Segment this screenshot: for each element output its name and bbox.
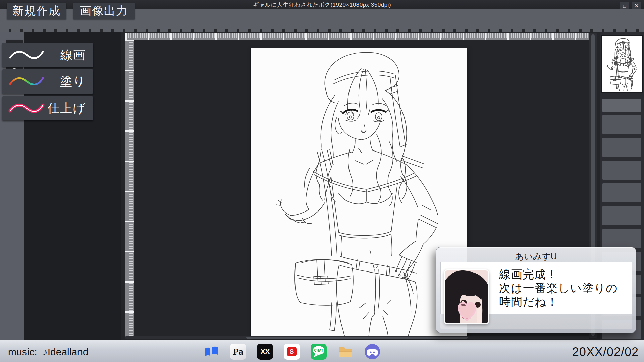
layer-slot[interactable]: [602, 183, 641, 202]
maximize-icon: □: [623, 3, 626, 9]
white-stroke-icon: [8, 48, 45, 62]
dialog-message-line: 線画完成！: [499, 267, 633, 281]
brush-coloring-button[interactable]: 塗り: [2, 69, 93, 94]
navigator-preview-drawing: [602, 38, 642, 90]
layer-slot[interactable]: [602, 229, 641, 248]
layer-slot[interactable]: [602, 115, 641, 134]
pink-stroke-icon: [8, 101, 45, 116]
dialog-message-line: 時間だね！: [499, 295, 633, 309]
taskbar-item-voice-chat[interactable]: [364, 344, 380, 360]
brush-lineart-label: 線画: [60, 47, 86, 63]
brush-lineart-button[interactable]: 線画: [2, 43, 93, 67]
vertical-ruler-major-ticks: [125, 40, 134, 338]
layer-slot-selected[interactable]: [602, 99, 641, 112]
windows-flag-icon: [203, 344, 219, 360]
music-status: music:♪Idealland: [8, 346, 88, 358]
speaker-avatar: [444, 269, 489, 324]
taskbar-item-os-start[interactable]: [203, 344, 219, 360]
folder-icon: [337, 344, 354, 360]
character-dialog: あいみすU 線画完成！ 次は一番楽しい塗りの 時間だね！: [436, 247, 636, 333]
layer-slot[interactable]: [602, 161, 641, 180]
s-app-icon: S: [284, 344, 300, 360]
close-icon: ✕: [634, 3, 639, 9]
new-file-button[interactable]: 新規作成: [7, 3, 66, 19]
brush-coloring-label: 塗り: [60, 73, 86, 90]
s-app-glyph: S: [287, 347, 297, 356]
music-track: ♪Idealland: [43, 346, 89, 357]
taskbar-item-files[interactable]: [337, 344, 354, 360]
layer-slot[interactable]: [602, 138, 641, 157]
drawing-canvas[interactable]: [251, 48, 467, 338]
game-controller-icon: [364, 344, 380, 360]
xx-app-icon: XX: [257, 344, 273, 360]
taskbar-date: 20XX/02/02: [572, 345, 639, 359]
export-image-button[interactable]: 画像出力: [73, 3, 135, 19]
brush-finishing-button[interactable]: 仕上げ: [2, 96, 93, 120]
chat-app-icon: CHAT: [311, 344, 327, 360]
taskbar-item-xx-app[interactable]: XX: [257, 344, 273, 360]
layer-slot[interactable]: [602, 206, 641, 225]
paint-app-icon: Pa: [230, 344, 246, 360]
avatar-portrait: [445, 270, 489, 324]
taskbar-item-paint-app[interactable]: Pa: [230, 344, 246, 360]
horizontal-ruler: [125, 33, 589, 40]
taskbar: music:♪Idealland Pa XX S CHAT: [0, 340, 644, 362]
brush-finishing-label: 仕上げ: [47, 100, 86, 117]
lineart-girl-drawing: [251, 48, 467, 338]
app-window: ギャルに人生狂わされたボク(644×362px 350dpi) □ ✕ 新規…: [0, 0, 644, 362]
horizontal-ruler-major-ticks: [125, 33, 589, 40]
dialog-message-line: 次は一番楽しい塗りの: [499, 281, 633, 295]
horizontal-scrollbar-thumb[interactable]: [246, 337, 468, 339]
vertical-ruler: [125, 40, 134, 338]
svg-text:CHAT: CHAT: [314, 349, 323, 352]
dialog-message: 線画完成！ 次は一番楽しい塗りの 時間だね！: [499, 267, 633, 309]
taskbar-item-s-app[interactable]: S: [284, 344, 300, 360]
taskbar-item-chat-app[interactable]: CHAT: [311, 344, 327, 360]
window-title: ギャルに人生狂わされたボク(644×362px 350dpi): [253, 1, 391, 9]
music-label: music:: [8, 346, 37, 357]
dialog-speaker-name: あいみすU: [436, 251, 636, 262]
rainbow-stroke-icon: [8, 74, 45, 89]
navigator-thumbnail[interactable]: [601, 35, 643, 93]
horizontal-scrollbar[interactable]: [125, 336, 589, 339]
